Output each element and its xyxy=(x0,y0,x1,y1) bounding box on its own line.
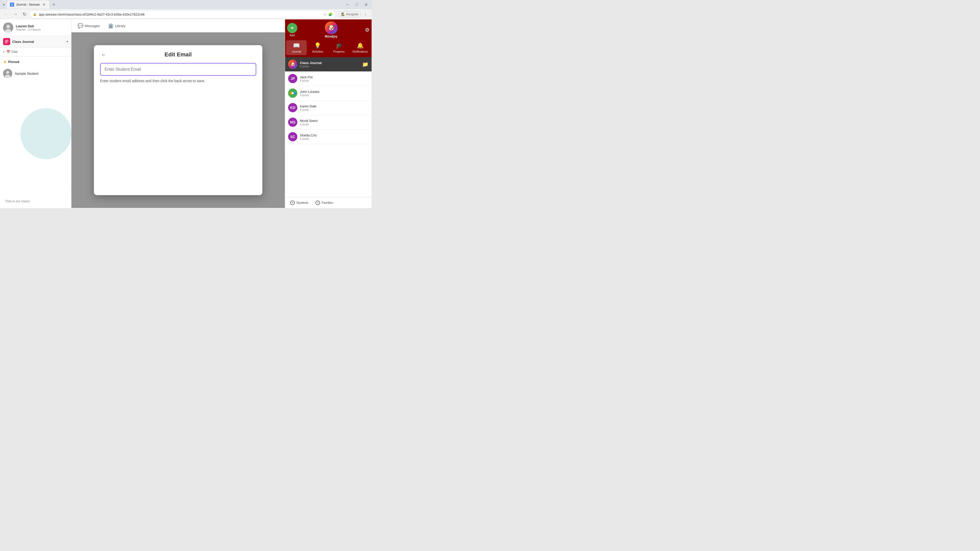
modal-header: ← Edit Email xyxy=(100,51,256,58)
modal-title: Edit Email xyxy=(165,51,192,58)
class-selector[interactable]: Class Journal ▾ xyxy=(0,36,71,48)
forward-button[interactable]: → xyxy=(11,10,19,18)
svg-point-8 xyxy=(6,71,9,74)
tab-list-button[interactable]: ▾ xyxy=(2,2,6,8)
shiella-cris-posts: 4 posts xyxy=(300,137,369,140)
main-body: ← Edit Email Enter student email address… xyxy=(72,32,285,208)
browser-chrome: ▾ S Journal - Seesaw ✕ + ─ □ ✕ ← → ↻ 🔒 a… xyxy=(0,0,372,19)
date-nav: ‹ 📅 Date xyxy=(0,48,71,56)
right-content: 🐶 Class Journal 8 posts 📁 JP Jack Pot 6 … xyxy=(285,57,372,197)
bookmark-icon[interactable]: ☆ xyxy=(323,12,327,16)
progress-tab-icon: 🎓 xyxy=(336,42,342,49)
notifications-tab-icon: 🔔 xyxy=(357,42,364,49)
bg-decoration xyxy=(21,108,72,159)
sample-student-item[interactable]: Sample Student xyxy=(3,67,68,79)
karen-dale-posts: 4 posts xyxy=(300,108,369,111)
karen-dale-avatar: KD xyxy=(288,103,298,112)
browser-right-controls: 🕵 Incognito ⋮ xyxy=(339,10,369,18)
tab-journal[interactable]: 📖 Journal xyxy=(286,40,307,55)
messages-nav-item[interactable]: 💬 Messages xyxy=(76,21,102,30)
tab-close-button[interactable]: ✕ xyxy=(42,2,46,7)
right-bottom-bar: + Students + Families xyxy=(285,197,372,208)
active-tab[interactable]: S Journal - Seesaw ✕ xyxy=(7,0,49,9)
student-item-jack-pot[interactable]: JP Jack Pot 6 posts xyxy=(285,71,372,86)
student-email-input[interactable] xyxy=(100,63,256,76)
reload-button[interactable]: ↻ xyxy=(21,10,29,18)
class-journal-info: Class Journal 8 posts xyxy=(300,61,360,68)
left-sidebar: Lauren Deli Teacher - 2 Classes Class Jo… xyxy=(0,19,72,208)
extension-icon[interactable]: 🧩 xyxy=(328,12,332,16)
teacher-name: Lauren Deli xyxy=(16,24,68,28)
messages-icon: 💬 xyxy=(78,23,83,29)
lock-icon: 🔒 xyxy=(33,13,37,16)
families-plus-icon: + xyxy=(315,200,320,205)
class-journal-item[interactable]: 🐶 Class Journal 8 posts 📁 xyxy=(285,57,372,71)
student-item-shiella-cris[interactable]: SC Shiella Cris 4 posts xyxy=(285,130,372,144)
app-area: Lauren Deli Teacher - 2 Classes Class Jo… xyxy=(0,19,372,208)
class-icon xyxy=(3,38,10,45)
progress-tab-label: Progress xyxy=(333,50,345,53)
gear-button[interactable]: ⚙ xyxy=(365,27,369,33)
pinned-section: ★ Pinned Sample Student xyxy=(0,56,71,83)
url-icons: ☆ 🧩 xyxy=(323,12,332,16)
dropdown-arrow-icon: ▾ xyxy=(67,40,68,43)
new-tab-button[interactable]: + xyxy=(51,1,57,8)
shiella-cris-avatar: SC xyxy=(288,132,298,141)
student-item-karen-dale[interactable]: KD Karen Dale 4 posts xyxy=(285,100,372,115)
families-label: Families xyxy=(321,201,333,205)
main-content: 💬 Messages 🏛️ Library ← Edit Email Enter… xyxy=(72,19,285,208)
modal-back-button[interactable]: ← xyxy=(100,51,107,59)
url-text: app.seesaw.me/#/class/class.e01bf4c2-9a2… xyxy=(39,13,321,16)
moodjoy-label: Moodjoy xyxy=(325,35,337,38)
student-item-mordi-seem[interactable]: MS Mordi Seem 4 posts xyxy=(285,115,372,130)
moodjoy-avatar[interactable]: 🐶 xyxy=(325,21,338,34)
library-nav-item[interactable]: 🏛️ Library xyxy=(106,21,127,30)
teacher-info: Lauren Deli Teacher - 2 Classes xyxy=(16,24,68,31)
svg-point-13 xyxy=(292,92,294,94)
back-button[interactable]: ← xyxy=(2,10,10,18)
right-nav-tabs: 📖 Journal 💡 Activities 🎓 Progress 🔔 Noti… xyxy=(285,40,372,57)
tab-favicon: S xyxy=(10,3,14,6)
students-button[interactable]: + Students xyxy=(288,200,310,206)
tab-notifications[interactable]: 🔔 Notifications xyxy=(350,40,371,55)
add-button-group[interactable]: + Add xyxy=(287,23,298,37)
date-prev-button[interactable]: ‹ xyxy=(3,49,4,54)
class-journal-folder-button[interactable]: 📁 xyxy=(362,61,369,67)
tab-progress[interactable]: 🎓 Progress xyxy=(329,40,349,55)
moodjoy-section: 🐶 Moodjoy xyxy=(325,21,338,38)
teacher-role: Teacher - 2 Classes xyxy=(16,28,68,31)
john-louises-name: John Louises xyxy=(300,90,369,94)
close-window-button[interactable]: ✕ xyxy=(363,1,369,8)
svg-rect-5 xyxy=(5,41,8,42)
minimize-button[interactable]: ─ xyxy=(344,1,351,8)
pinned-label: Pinned xyxy=(8,60,19,64)
john-louises-avatar xyxy=(288,89,298,98)
library-icon: 🏛️ xyxy=(108,23,114,29)
menu-button[interactable]: ⋮ xyxy=(361,10,369,18)
jack-pot-avatar: JP xyxy=(288,74,298,83)
modal-overlay[interactable]: ← Edit Email Enter student email address… xyxy=(72,32,285,208)
calendar-icon: 📅 xyxy=(6,50,10,54)
families-button[interactable]: + Families xyxy=(313,200,335,206)
address-bar: ← → ↻ 🔒 app.seesaw.me/#/class/class.e01b… xyxy=(0,9,372,19)
url-bar[interactable]: 🔒 app.seesaw.me/#/class/class.e01bf4c2-9… xyxy=(30,10,336,18)
karen-dale-info: Karen Dale 4 posts xyxy=(300,104,369,111)
tab-activities[interactable]: 💡 Activities xyxy=(307,40,328,55)
maximize-button[interactable]: □ xyxy=(353,1,360,8)
mordi-seem-avatar: MS xyxy=(288,118,298,127)
edit-email-modal: ← Edit Email Enter student email address… xyxy=(94,45,262,195)
pin-icon: ★ xyxy=(3,59,6,64)
tab-bar: ▾ S Journal - Seesaw ✕ + ─ □ ✕ xyxy=(0,0,372,9)
mordi-seem-posts: 4 posts xyxy=(300,123,369,126)
messages-label: Messages xyxy=(85,24,100,28)
class-journal-name: Class Journal xyxy=(300,61,360,65)
add-circle-button[interactable]: + xyxy=(287,23,298,33)
mordi-seem-info: Mordi Seem 4 posts xyxy=(300,119,369,126)
student-item-john-louises[interactable]: John Louises 5 posts xyxy=(285,86,372,100)
shiella-cris-info: Shiella Cris 4 posts xyxy=(300,133,369,140)
teacher-avatar xyxy=(3,22,13,33)
class-journal-avatar: 🐶 xyxy=(288,60,298,69)
activities-tab-icon: 💡 xyxy=(314,42,321,49)
activities-tab-label: Activities xyxy=(312,50,323,53)
journal-tab-icon: 📖 xyxy=(293,42,300,49)
